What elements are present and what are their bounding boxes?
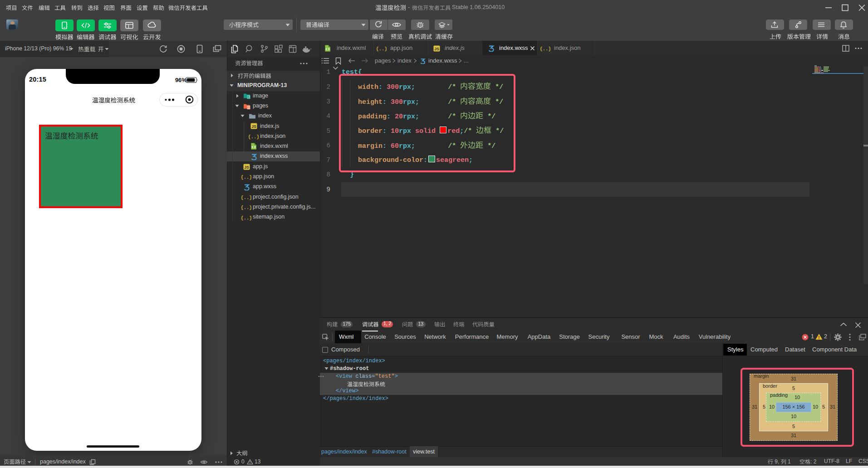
svg-text:{..}: {..} <box>241 195 251 200</box>
svg-text:{..}: {..} <box>241 215 251 220</box>
svg-text:{..}: {..} <box>540 46 550 52</box>
svg-text:{..}: {..} <box>241 175 251 180</box>
svg-text:{..}: {..} <box>377 46 387 52</box>
svg-text:JS: JS <box>244 165 249 169</box>
svg-text:JS: JS <box>251 124 256 129</box>
svg-text:{..}: {..} <box>241 205 251 210</box>
svg-text:JS: JS <box>434 46 439 51</box>
svg-text:{..}: {..} <box>249 134 259 140</box>
